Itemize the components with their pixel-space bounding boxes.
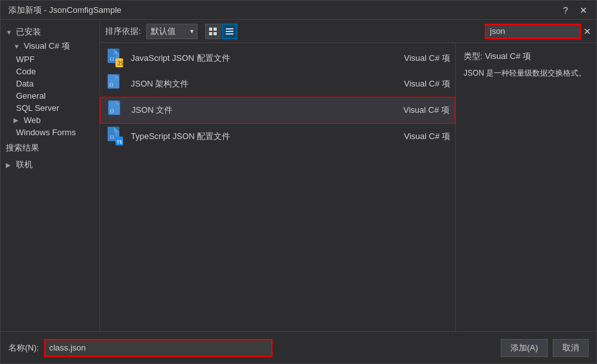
online-label: 联机 xyxy=(16,159,33,170)
item-name: JavaScript JSON 配置文件 xyxy=(131,53,387,64)
visual-csharp-arrow xyxy=(13,43,21,50)
item-category: Visual C# 项 xyxy=(392,78,450,90)
visual-csharp-section[interactable]: Visual C# 项 xyxy=(1,39,99,53)
sidebar-item-windows-forms[interactable]: Windows Forms xyxy=(1,126,99,138)
list-item[interactable]: {} TS TypeScript JSON 配置文件 Visual C# 项 xyxy=(100,124,455,149)
view-buttons xyxy=(205,24,237,39)
item-category: Visual C# 项 xyxy=(392,104,450,116)
info-type: 类型: Visual C# 项 xyxy=(464,51,589,62)
item-name: TypeScript JSON 配置文件 xyxy=(131,131,387,142)
installed-arrow xyxy=(6,29,13,36)
dialog-title: 添加新项 - JsonComfigSample xyxy=(8,4,121,16)
sidebar-item-code[interactable]: Code xyxy=(1,65,99,78)
sidebar-item-wpf[interactable]: WPF xyxy=(1,53,99,65)
visual-csharp-label: Visual C# 项 xyxy=(24,40,70,52)
svg-text:TS: TS xyxy=(117,140,122,145)
item-category: Visual C# 项 xyxy=(392,53,450,64)
sidebar-item-general[interactable]: General xyxy=(1,90,99,102)
svg-rect-6 xyxy=(226,33,233,35)
cancel-button[interactable]: 取消 xyxy=(553,339,589,357)
svg-rect-1 xyxy=(214,28,217,31)
online-section[interactable]: 联机 xyxy=(1,158,99,172)
sort-dropdown-wrapper: 默认值 名称 类型 xyxy=(146,24,198,39)
item-icon: {} JS xyxy=(105,48,126,69)
search-clear-button[interactable]: ✕ xyxy=(584,26,591,37)
list-item[interactable]: {} JS JavaScript JSON 配置文件 Visual C# 项 xyxy=(100,46,455,71)
title-bar: 添加新项 - JsonComfigSample ? ✕ xyxy=(1,1,596,20)
sidebar-item-sql-server[interactable]: SQL Server xyxy=(1,102,99,114)
sidebar-item-data[interactable]: Data xyxy=(1,78,99,90)
sort-label: 排序依据: xyxy=(105,26,141,37)
svg-rect-2 xyxy=(209,32,212,35)
sort-dropdown[interactable]: 默认值 名称 类型 xyxy=(146,24,198,39)
help-button[interactable]: ? xyxy=(558,4,573,17)
close-button[interactable]: ✕ xyxy=(576,4,591,17)
installed-label: 已安装 xyxy=(16,26,41,38)
right-panel: 排序依据: 默认值 名称 类型 xyxy=(100,20,596,331)
add-button[interactable]: 添加(A) xyxy=(501,339,548,357)
svg-text:{}: {} xyxy=(110,108,114,113)
toolbar: 排序依据: 默认值 名称 类型 xyxy=(100,20,596,43)
name-label: 名称(N): xyxy=(8,342,39,354)
bottom-bar: 名称(N): 添加(A) 取消 xyxy=(1,331,596,363)
svg-text:{}: {} xyxy=(110,56,114,61)
main-content: 已安装 Visual C# 项 WPF Code Data General SQ… xyxy=(1,20,596,331)
search-wrapper: ✕ xyxy=(485,24,591,39)
svg-text:{}: {} xyxy=(110,135,114,139)
item-name: JSON 文件 xyxy=(131,104,387,116)
grid-view-button[interactable] xyxy=(205,24,221,39)
web-label: Web xyxy=(24,115,41,125)
info-description: JSON 是一种轻量级数据交换格式。 xyxy=(464,67,589,79)
svg-rect-5 xyxy=(226,31,233,32)
svg-text:{}: {} xyxy=(109,82,114,87)
search-results-label: 搜索结果 xyxy=(6,142,39,154)
search-input[interactable] xyxy=(485,24,581,39)
dialog: 添加新项 - JsonComfigSample ? ✕ 已安装 Visual C… xyxy=(0,0,597,364)
items-list: {} JS JavaScript JSON 配置文件 Visual C# 项 xyxy=(100,43,455,331)
item-icon: {} xyxy=(105,74,126,94)
search-results-section[interactable]: 搜索结果 xyxy=(1,141,99,155)
web-section[interactable]: Web xyxy=(1,114,99,126)
list-item[interactable]: {} JSON 架构文件 Visual C# 项 xyxy=(100,71,455,97)
sidebar: 已安装 Visual C# 项 WPF Code Data General SQ… xyxy=(1,20,100,331)
installed-section[interactable]: 已安装 xyxy=(1,25,99,39)
list-item[interactable]: {} JSON 文件 Visual C# 项 xyxy=(100,97,455,124)
svg-text:JS: JS xyxy=(117,61,124,67)
title-bar-buttons: ? ✕ xyxy=(558,4,591,17)
item-name: JSON 架构文件 xyxy=(131,78,387,90)
item-icon: {} xyxy=(106,100,126,120)
svg-rect-3 xyxy=(214,32,217,35)
svg-rect-0 xyxy=(209,28,212,31)
item-icon: {} TS xyxy=(105,126,126,147)
item-category: Visual C# 项 xyxy=(392,131,450,142)
web-arrow xyxy=(13,117,21,124)
info-panel: 类型: Visual C# 项 JSON 是一种轻量级数据交换格式。 xyxy=(455,43,596,331)
svg-rect-4 xyxy=(226,28,233,29)
items-wrapper: {} JS JavaScript JSON 配置文件 Visual C# 项 xyxy=(100,43,596,331)
online-arrow xyxy=(6,161,13,169)
name-input[interactable] xyxy=(44,339,273,357)
list-view-button[interactable] xyxy=(222,24,237,39)
